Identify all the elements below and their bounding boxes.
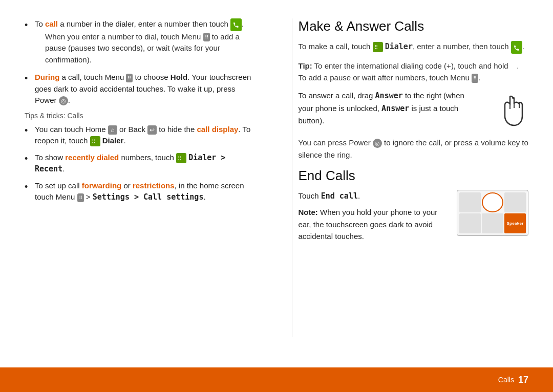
restrictions-highlight: restrictions <box>133 181 175 190</box>
dialer-label1: Dialer <box>102 136 124 145</box>
tip-forwarding: To set up call forwarding or restriction… <box>25 180 255 203</box>
end-call-row: Touch End call. Note: When you hold your… <box>299 190 529 246</box>
tips-bullet-list: You can touch Home ⌂ or Back ↩ to hide t… <box>25 124 255 203</box>
power-icon-inline1: ◎ <box>59 96 68 105</box>
mockup-cell-3 <box>504 192 526 212</box>
call-display-highlight: call display <box>197 125 238 134</box>
forwarding-highlight: forwarding <box>82 181 122 190</box>
recently-dialed-highlight: recently dialed <box>65 153 119 162</box>
dialer-label-make-call: Dialer <box>385 42 413 51</box>
indent-para-menu: When you enter a number to dial, touch M… <box>45 31 255 66</box>
answer-para: To answer a call, drag Answer to the rig… <box>299 90 482 126</box>
tip-home: You can touch Home ⌂ or Back ↩ to hide t… <box>25 124 255 147</box>
menu-icon-inline3: ⠿ <box>77 193 84 202</box>
mockup-cell-circle <box>482 192 503 212</box>
hand-pointer-icon <box>487 90 528 130</box>
note-label: Note: <box>299 208 318 216</box>
end-call-text: Touch End call. Note: When you hold your… <box>299 190 449 246</box>
menu-icon-inline-tip: ⠿ <box>472 74 478 83</box>
footer-page: 17 <box>518 375 528 385</box>
tip-recently-dialed: To show recently dialed numbers, touch D… <box>25 152 255 175</box>
home-icon-inline: ⌂ <box>108 125 117 135</box>
end-call-touch-para: Touch End call. <box>299 190 449 202</box>
menu-icon-inline2: ⠿ <box>126 74 133 82</box>
answer-label2: Answer <box>381 104 409 113</box>
answer-drag-label: Answer <box>375 91 403 100</box>
note-para: Note: When you hold your phone to your e… <box>299 206 449 242</box>
back-icon-inline: ↩ <box>147 125 157 135</box>
tip-label: Tip: <box>299 61 312 70</box>
power-ignore-para: You can press Power ◎ to ignore the call… <box>299 137 529 161</box>
mockup-cell-1 <box>459 192 481 212</box>
make-answer-title: Make & Answer Calls <box>299 18 529 34</box>
page-content: To call a number in the dialer, enter a … <box>0 0 553 367</box>
call-phone-icon-right <box>511 41 522 54</box>
left-column: To call a number in the dialer, enter a … <box>25 18 267 337</box>
make-call-para: To make a call, touch Dialer, enter a nu… <box>299 40 529 54</box>
footer-label: Calls <box>498 376 514 384</box>
phone-mockup: Speaker <box>457 190 528 236</box>
dialer-recent-text: Dialer > Recent <box>35 153 225 174</box>
dialer-icon-inline1 <box>90 136 100 146</box>
dialer-icon-make-call <box>373 42 383 52</box>
settings-callsettings-text: Settings > Call settings <box>93 192 204 202</box>
right-column: Make & Answer Calls To make a call, touc… <box>292 18 529 337</box>
menu-icon-inline1: ⠿ <box>203 33 210 41</box>
power-icon-right: ◎ <box>373 139 382 148</box>
call-highlight: call <box>45 19 58 28</box>
bullet-call-text: To call a number in the dialer, enter a … <box>35 19 244 28</box>
dialer-icon-inline2 <box>176 153 186 163</box>
call-phone-icon <box>230 18 242 31</box>
tips-label: Tips & tricks: Calls <box>25 112 255 120</box>
mockup-cell-4 <box>459 213 481 233</box>
end-call-label: End call <box>321 191 358 201</box>
mockup-speaker-cell: Speaker <box>504 213 526 233</box>
answer-text: To answer a call, drag Answer to the rig… <box>299 90 482 130</box>
during-highlight: During <box>35 73 59 81</box>
bullet-list-main: To call a number in the dialer, enter a … <box>25 18 255 106</box>
bottom-bar: Calls 17 <box>0 367 553 392</box>
bullet-call: To call a number in the dialer, enter a … <box>25 18 255 66</box>
tip-para: Tip: To enter the international dialing … <box>299 60 529 84</box>
answer-row: To answer a call, drag Answer to the rig… <box>299 90 529 130</box>
bullet-during-text: During a call, touch Menu ⠿ to choose Ho… <box>35 73 251 104</box>
bullet-during: During a call, touch Menu ⠿ to choose Ho… <box>25 72 255 106</box>
mockup-cell-5 <box>482 213 503 233</box>
hold-text: Hold <box>171 73 187 81</box>
end-calls-title: End Calls <box>299 168 529 184</box>
